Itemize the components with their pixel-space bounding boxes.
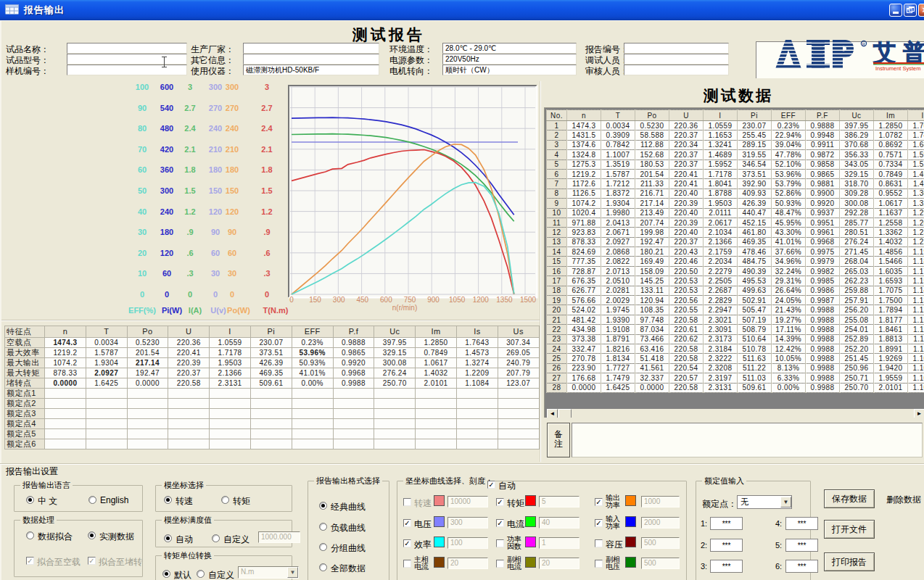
svg-text:60: 60 bbox=[211, 249, 220, 257]
svg-text:艾普: 艾普 bbox=[873, 40, 924, 65]
svg-text:180: 180 bbox=[209, 165, 222, 174]
svg-text:30: 30 bbox=[138, 228, 147, 236]
svg-text:30: 30 bbox=[211, 269, 220, 278]
svg-text:480: 480 bbox=[160, 124, 173, 133]
svg-text:1350: 1350 bbox=[496, 296, 513, 304]
svg-text:1500: 1500 bbox=[520, 296, 537, 304]
svg-text:90: 90 bbox=[228, 228, 236, 236]
svg-text:.9: .9 bbox=[263, 228, 270, 236]
svg-text:300: 300 bbox=[209, 83, 222, 91]
svg-text:60: 60 bbox=[228, 249, 236, 257]
svg-text:.3: .3 bbox=[263, 269, 270, 278]
svg-text:2.4: 2.4 bbox=[261, 124, 273, 133]
svg-text:150: 150 bbox=[226, 186, 239, 195]
svg-text:n(r/min): n(r/min) bbox=[392, 304, 417, 312]
svg-text:I(A): I(A) bbox=[189, 306, 202, 315]
svg-text:180: 180 bbox=[226, 165, 239, 174]
svg-text:240: 240 bbox=[160, 207, 173, 216]
svg-text:90: 90 bbox=[211, 228, 220, 236]
svg-text:.3: .3 bbox=[186, 269, 193, 278]
svg-text:R: R bbox=[862, 42, 866, 46]
svg-text:20: 20 bbox=[138, 249, 147, 257]
svg-text:450: 450 bbox=[356, 296, 368, 304]
svg-text:Instrument System: Instrument System bbox=[875, 65, 921, 72]
svg-text:90: 90 bbox=[138, 104, 147, 112]
svg-text:1050: 1050 bbox=[449, 296, 466, 304]
svg-text:Po(W): Po(W) bbox=[227, 306, 250, 315]
svg-text:80: 80 bbox=[138, 124, 147, 133]
svg-text:1.5: 1.5 bbox=[261, 186, 272, 195]
svg-text:0: 0 bbox=[213, 290, 218, 299]
svg-text:2.7: 2.7 bbox=[261, 104, 272, 112]
svg-text:420: 420 bbox=[160, 145, 173, 154]
svg-text:3: 3 bbox=[265, 83, 269, 91]
svg-text:30: 30 bbox=[228, 269, 236, 278]
svg-text:2.4: 2.4 bbox=[184, 124, 196, 133]
svg-text:1200: 1200 bbox=[473, 296, 490, 304]
svg-text:60: 60 bbox=[162, 269, 171, 278]
svg-text:.9: .9 bbox=[186, 228, 193, 236]
svg-text:300: 300 bbox=[333, 296, 345, 304]
svg-text:70: 70 bbox=[138, 145, 147, 154]
svg-text:1.8: 1.8 bbox=[184, 165, 195, 174]
svg-text:210: 210 bbox=[209, 145, 222, 154]
svg-text:210: 210 bbox=[226, 145, 239, 154]
svg-text:0: 0 bbox=[188, 290, 192, 299]
svg-text:.6: .6 bbox=[263, 249, 270, 257]
svg-text:360: 360 bbox=[160, 165, 173, 174]
svg-text:300: 300 bbox=[226, 83, 239, 91]
svg-text:EFF(%): EFF(%) bbox=[128, 306, 156, 315]
svg-text:1.2: 1.2 bbox=[261, 207, 272, 216]
svg-text:750: 750 bbox=[404, 296, 416, 304]
svg-text:0: 0 bbox=[265, 290, 269, 299]
svg-text:1.5: 1.5 bbox=[184, 186, 195, 195]
svg-text:0: 0 bbox=[140, 290, 144, 299]
svg-text:1.8: 1.8 bbox=[261, 165, 272, 174]
svg-text:180: 180 bbox=[160, 228, 173, 236]
svg-text:0: 0 bbox=[165, 290, 169, 299]
svg-text:100: 100 bbox=[136, 83, 149, 91]
svg-text:600: 600 bbox=[160, 83, 173, 91]
svg-text:540: 540 bbox=[160, 104, 173, 112]
svg-text:2.1: 2.1 bbox=[184, 145, 195, 154]
svg-text:150: 150 bbox=[209, 186, 222, 195]
svg-text:120: 120 bbox=[209, 207, 222, 216]
svg-text:50: 50 bbox=[138, 186, 147, 195]
svg-text:.6: .6 bbox=[186, 249, 193, 257]
svg-text:U(v): U(v) bbox=[210, 306, 226, 315]
svg-text:1.2: 1.2 bbox=[184, 207, 195, 216]
svg-text:3: 3 bbox=[188, 83, 192, 91]
svg-text:40: 40 bbox=[138, 207, 147, 216]
svg-text:900: 900 bbox=[427, 296, 440, 304]
svg-text:2.7: 2.7 bbox=[184, 104, 195, 112]
svg-text:120: 120 bbox=[160, 249, 173, 257]
svg-text:600: 600 bbox=[380, 296, 392, 304]
svg-text:240: 240 bbox=[226, 124, 239, 133]
svg-text:2.1: 2.1 bbox=[261, 145, 272, 154]
svg-text:10: 10 bbox=[138, 269, 147, 278]
svg-text:300: 300 bbox=[160, 186, 173, 195]
svg-text:150: 150 bbox=[309, 296, 321, 304]
svg-text:Pi(W): Pi(W) bbox=[162, 306, 182, 315]
svg-text:240: 240 bbox=[209, 124, 222, 133]
svg-text:270: 270 bbox=[209, 104, 222, 112]
svg-text:270: 270 bbox=[226, 104, 239, 112]
svg-text:120: 120 bbox=[226, 207, 239, 216]
svg-text:0: 0 bbox=[289, 296, 294, 304]
svg-text:T(N.m): T(N.m) bbox=[263, 306, 289, 315]
svg-text:60: 60 bbox=[138, 165, 147, 174]
svg-text:0: 0 bbox=[230, 290, 234, 299]
